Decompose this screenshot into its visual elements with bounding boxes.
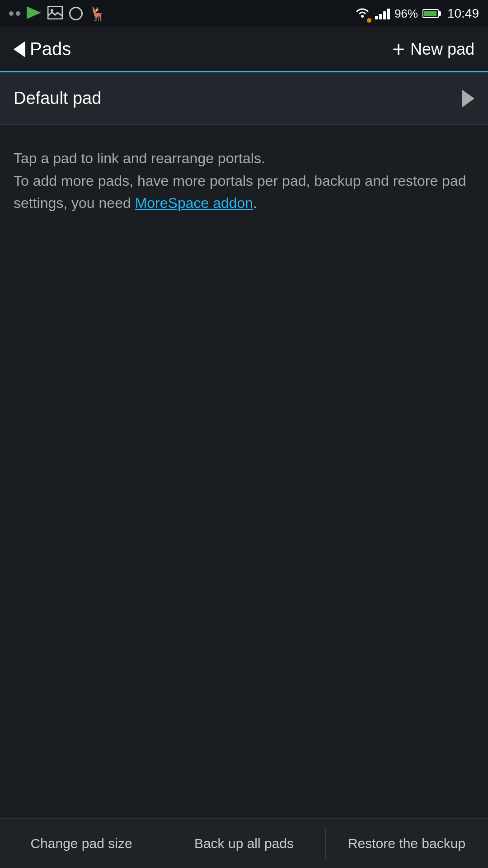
battery-percentage: 96% [394,7,418,21]
back-chevron-icon [14,41,25,57]
morespace-addon-link[interactable]: MoreSpace addon [135,195,253,211]
svg-marker-0 [27,6,41,19]
screen-title: Pads [30,39,71,59]
image-icon [47,6,63,21]
content-area: Default pad Tap a pad to link and rearra… [0,72,488,228]
status-time: 10:49 [447,6,479,21]
plus-icon: + [392,38,405,60]
new-pad-button[interactable]: + New pad [392,38,474,60]
bottom-bar: Change pad size Back up all pads Restore… [0,818,488,868]
wifi-notification-dot [367,18,371,23]
pad-item[interactable]: Default pad [0,72,488,125]
deer-icon: 🦌 [89,6,106,22]
chevron-right-icon [462,90,474,108]
battery-icon [422,9,441,18]
signal-bars-icon [375,8,390,19]
wifi-icon [354,6,371,22]
change-pad-size-button[interactable]: Change pad size [0,819,163,868]
shield-icon [69,7,83,20]
svg-point-3 [361,15,364,18]
backup-all-pads-button[interactable]: Back up all pads [163,819,325,868]
pad-name: Default pad [14,89,101,108]
info-text: Tap a pad to link and rearrange portals.… [0,125,488,228]
status-bar-right: 96% 10:49 [354,6,479,22]
nav-dots-icon [9,11,20,16]
back-button[interactable]: Pads [14,39,71,59]
new-pad-label: New pad [410,40,474,59]
svg-rect-1 [48,6,62,19]
status-bar: 🦌 96% 10:49 [0,0,488,27]
info-suffix: . [253,195,257,211]
status-bar-left: 🦌 [9,6,106,22]
send-icon [27,6,41,21]
action-bar: Pads + New pad [0,27,488,72]
restore-backup-button[interactable]: Restore the backup [325,819,488,868]
